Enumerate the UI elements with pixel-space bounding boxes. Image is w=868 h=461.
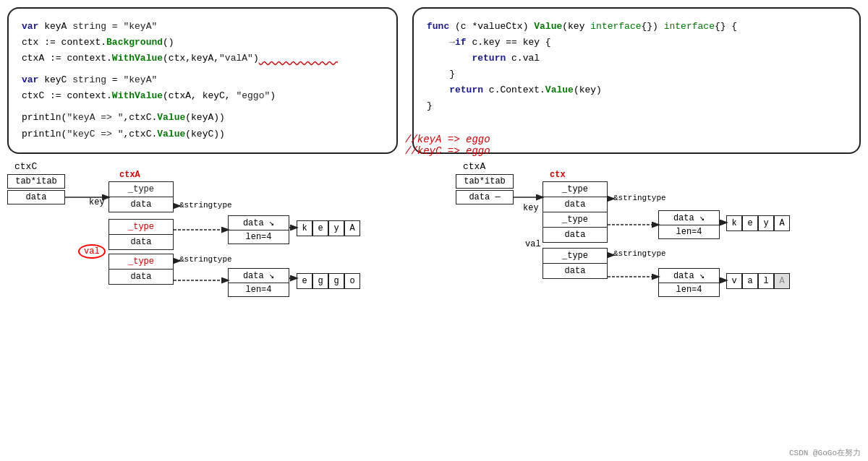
ctxa-box-left: _type data bbox=[109, 181, 174, 212]
key-label-right: key bbox=[523, 203, 539, 213]
vala-chars-right: v a l A bbox=[726, 273, 790, 289]
bottom-diagram-section: ctxC tab*itab data ctxA _type data key bbox=[7, 161, 861, 371]
diagram-left: ctxC tab*itab data ctxA _type data key bbox=[7, 161, 427, 371]
code-line-5: ctxC := context.WithValue(ctxA, keyC, "e… bbox=[22, 88, 383, 104]
ctxa-label-right: ctxA bbox=[463, 161, 485, 172]
data-len-box-key: data ↘ len=4 bbox=[228, 215, 289, 244]
key-label-left: key bbox=[89, 197, 105, 207]
ctxa-data-box: data — bbox=[456, 190, 514, 204]
eggo-chars-left: e g g o bbox=[297, 273, 360, 289]
code-line-7: println("keyC => ",ctxC.Value(keyC)) bbox=[22, 126, 383, 142]
ctxa-key-type-box: _type data bbox=[109, 219, 174, 250]
ctx-label-right: ctx bbox=[550, 170, 566, 180]
ctxa-tab-box: tab*itab bbox=[456, 174, 514, 189]
main-container: var keyA string = "keyA" ctx := context.… bbox=[0, 0, 868, 461]
top-section: var keyA string = "keyA" ctx := context.… bbox=[7, 7, 861, 154]
left-diagram-svg bbox=[7, 161, 427, 371]
ctx-key-type-box: _type data bbox=[542, 212, 608, 243]
code-right-line-5: return c.Context.Value(key) bbox=[427, 82, 846, 98]
ctxc-tab-box: tab*itab bbox=[7, 174, 65, 189]
code-line-6: println("keyA => ",ctxC.Value(keyA)) bbox=[22, 110, 383, 126]
data-len-box-val-right: data ↘ len=4 bbox=[658, 268, 720, 297]
ctx-val-type-box: _type data bbox=[542, 248, 608, 279]
watermark: CSDN @GoGo在努力 bbox=[789, 447, 861, 458]
ctxc-label: ctxC bbox=[14, 161, 37, 172]
code-box-left: var keyA string = "keyA" ctx := context.… bbox=[7, 7, 398, 154]
val-oval-label: val bbox=[78, 244, 106, 259]
code-right-line-1: func (c *valueCtx) Value(key interface{}… bbox=[427, 19, 846, 35]
keya-chars-left: k e y A bbox=[297, 220, 360, 236]
ctx-box-right: _type data bbox=[542, 181, 608, 212]
ctxa-val-type-box: _type data bbox=[109, 254, 174, 285]
val-label-right: val bbox=[525, 239, 541, 249]
code-right-line-3: return c.val bbox=[427, 51, 846, 66]
code-line-4: var keyC string = "keyA" bbox=[22, 72, 383, 88]
stringtype-label-2: &stringtype bbox=[179, 255, 232, 264]
data-len-box-val: data ↘ len=4 bbox=[228, 268, 289, 297]
code-box-right: func (c *valueCtx) Value(key interface{}… bbox=[412, 7, 861, 154]
comment-line2: //keyC => eggo bbox=[405, 145, 490, 157]
ctxc-data-box: data bbox=[7, 190, 65, 204]
ctxa-label-left: ctxA bbox=[119, 170, 140, 180]
stringtype-label-right-1: &stringtype bbox=[613, 194, 666, 202]
diagram-right: ctxA tab*itab data — ctx _type data key bbox=[456, 161, 861, 371]
data-len-box-key-right: data ↘ len=4 bbox=[658, 210, 720, 239]
stringtype-label-1: &stringtype bbox=[179, 201, 232, 210]
code-line-3: ctxA := context.WithValue(ctx,keyA,"valA… bbox=[22, 51, 383, 66]
keya-chars-right: k e y A bbox=[726, 215, 790, 231]
comment-section: //keyA => eggo //keyC => eggo bbox=[405, 134, 490, 157]
code-line-1: var keyA string = "keyA" bbox=[22, 19, 383, 35]
code-right-line-6: } bbox=[427, 98, 846, 114]
comment-line1: //keyA => eggo bbox=[405, 134, 490, 145]
code-right-line-4: } bbox=[427, 66, 846, 82]
code-line-2: ctx := context.Background() bbox=[22, 35, 383, 51]
stringtype-label-right-2: &stringtype bbox=[613, 249, 666, 258]
code-right-line-2: →if c.key == key { bbox=[427, 35, 846, 51]
